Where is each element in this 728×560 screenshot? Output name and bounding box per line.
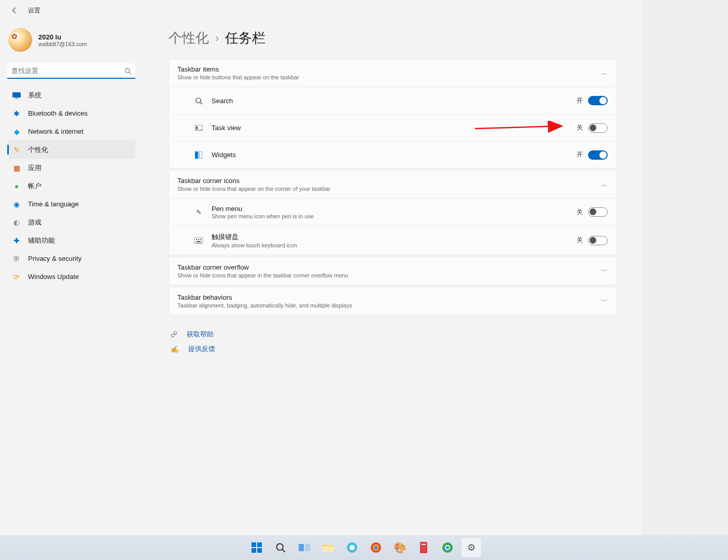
search-box[interactable]	[7, 63, 135, 79]
section-header-corner-icons[interactable]: Taskbar corner icons Show or hide icons …	[169, 170, 617, 199]
section-title: Taskbar corner icons	[177, 177, 330, 185]
feedback-link[interactable]: ✍ 提供反馈	[171, 344, 617, 354]
toggle-state: 关	[577, 236, 583, 245]
toggle-search[interactable]	[588, 96, 608, 105]
toggle-taskview[interactable]	[588, 123, 608, 133]
section-title: Taskbar behaviors	[177, 293, 352, 301]
system-icon	[12, 91, 21, 100]
svg-rect-27	[420, 542, 427, 553]
sidebar-item-network[interactable]: ◆ Network & internet	[7, 122, 135, 141]
user-name: 2020 lu	[38, 33, 87, 41]
svg-rect-2	[15, 98, 18, 99]
taskbar-app-edge-icon[interactable]	[342, 537, 362, 558]
row-subtitle: Always show touch keyboard icon	[212, 242, 297, 248]
globe-icon: ◉	[12, 200, 21, 208]
toggle-pen[interactable]	[588, 207, 608, 217]
breadcrumb: 个性化 › 任务栏	[169, 29, 617, 47]
row-search: Search 开	[169, 87, 616, 114]
svg-rect-9	[194, 237, 203, 243]
back-button[interactable]	[8, 4, 21, 17]
toggle-state: 开	[577, 150, 583, 159]
taskbar-start-icon[interactable]	[246, 537, 267, 558]
section-taskbar-items: Taskbar items Show or hide buttons that …	[169, 59, 617, 169]
update-icon: ⟳	[12, 273, 21, 281]
section-corner-icons: Taskbar corner icons Show or hide icons …	[169, 170, 617, 255]
row-title: Task view	[212, 124, 241, 132]
sidebar-item-apps[interactable]: ▦ 应用	[7, 159, 135, 177]
sidebar-item-bluetooth[interactable]: ✱ Bluetooth & devices	[7, 104, 135, 122]
help-icon: 🗪	[171, 331, 177, 339]
toggle-widgets[interactable]	[588, 150, 608, 160]
row-title: Widgets	[212, 151, 236, 159]
annotation-arrow	[475, 121, 568, 136]
section-title: Taskbar items	[177, 65, 299, 73]
sidebar: 2020 lu wslbb87@163.com 系统 ✱ Bluetooth &…	[0, 21, 143, 494]
window-title: 设置	[28, 6, 40, 15]
taskbar-app-8-icon[interactable]	[413, 537, 434, 558]
taskbar-taskview-icon[interactable]	[294, 537, 315, 558]
taskbar-explorer-icon[interactable]	[318, 537, 339, 558]
sidebar-item-accounts[interactable]: ● 帐户	[7, 177, 135, 195]
svg-rect-15	[257, 542, 262, 547]
breadcrumb-parent[interactable]: 个性化	[169, 29, 209, 47]
bluetooth-icon: ✱	[12, 109, 21, 118]
row-touch-keyboard: 触摸键盘 Always show touch keyboard icon 关	[169, 226, 616, 255]
row-title: Search	[212, 97, 233, 105]
row-pen-menu: ✎ Pen menu Show pen menu icon when pen i…	[169, 199, 616, 226]
search-input[interactable]	[7, 63, 135, 79]
sidebar-item-label: 应用	[28, 163, 41, 173]
svg-point-18	[277, 544, 284, 551]
sidebar-item-gaming[interactable]: ◐ 游戏	[7, 213, 135, 231]
shield-icon: ⛨	[12, 255, 21, 263]
toggle-state: 关	[577, 208, 583, 217]
section-subtitle: Show or hide buttons that appear on the …	[177, 74, 299, 80]
svg-line-6	[475, 126, 562, 129]
svg-rect-13	[197, 241, 201, 242]
sidebar-item-windowsupdate[interactable]: ⟳ Windows Update	[7, 268, 135, 286]
row-widgets: Widgets 开	[169, 141, 616, 168]
sidebar-item-label: Time & language	[28, 200, 79, 208]
user-block[interactable]: 2020 lu wslbb87@163.com	[7, 26, 135, 60]
sidebar-item-label: 游戏	[28, 218, 41, 227]
row-subtitle: Show pen menu icon when pen is in use	[212, 213, 314, 219]
section-title: Taskbar corner overflow	[177, 263, 348, 271]
toggle-touch-keyboard[interactable]	[588, 236, 608, 245]
sidebar-item-privacy[interactable]: ⛨ Privacy & security	[7, 249, 135, 268]
svg-rect-21	[323, 547, 334, 552]
search-icon	[194, 97, 203, 105]
nav-list: 系统 ✱ Bluetooth & devices ◆ Network & int…	[7, 86, 135, 286]
help-links: 🗪 获取帮助 ✍ 提供反馈	[169, 330, 617, 354]
section-header-taskbar-items[interactable]: Taskbar items Show or hide buttons that …	[169, 59, 617, 87]
chevron-up-icon: ︿	[601, 68, 608, 78]
sidebar-item-label: 个性化	[28, 145, 48, 155]
windows-taskbar[interactable]: 🎨 ⚙	[0, 535, 728, 560]
chevron-down-icon: ﹀	[601, 267, 608, 276]
section-header-behaviors[interactable]: Taskbar behaviors Taskbar alignment, bad…	[169, 287, 617, 315]
sidebar-item-accessibility[interactable]: ✚ 辅助功能	[7, 231, 135, 249]
section-header-overflow[interactable]: Taskbar corner overflow Show or hide ico…	[169, 257, 617, 285]
sidebar-item-personalization[interactable]: ✎ 个性化	[7, 141, 135, 159]
taskbar-app-chrome2-icon[interactable]	[437, 537, 458, 558]
person-icon: ●	[12, 182, 21, 190]
taskbar-search-icon[interactable]	[270, 537, 291, 558]
wifi-icon: ◆	[12, 128, 21, 136]
svg-rect-7	[195, 151, 198, 159]
svg-point-23	[349, 545, 355, 550]
svg-rect-11	[198, 239, 199, 240]
svg-point-31	[446, 546, 449, 549]
svg-rect-20	[305, 544, 310, 551]
brush-icon: ✎	[12, 146, 21, 154]
sidebar-item-system[interactable]: 系统	[7, 86, 135, 104]
sidebar-item-label: Privacy & security	[28, 255, 81, 262]
chevron-right-icon: ›	[215, 32, 219, 45]
svg-rect-5	[196, 127, 198, 129]
accessibility-icon: ✚	[12, 236, 21, 245]
svg-rect-10	[196, 239, 197, 240]
get-help-link[interactable]: 🗪 获取帮助	[171, 330, 617, 339]
link-label: 获取帮助	[187, 330, 214, 339]
taskbar-app-chrome-icon[interactable]	[366, 537, 386, 558]
sidebar-item-time[interactable]: ◉ Time & language	[7, 195, 135, 213]
taskbar-app-paint-icon[interactable]: 🎨	[389, 537, 410, 558]
taskbar-app-settings-icon[interactable]: ⚙	[461, 537, 482, 558]
sidebar-item-label: 辅助功能	[28, 236, 55, 245]
